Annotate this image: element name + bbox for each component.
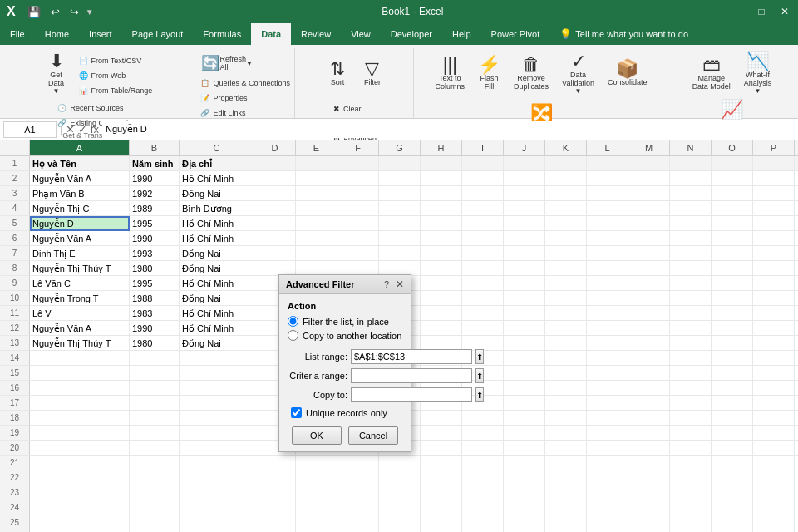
- grid-cell[interactable]: [462, 216, 504, 231]
- grid-cell[interactable]: [753, 171, 795, 186]
- grid-cell[interactable]: [795, 351, 798, 366]
- grid-cell[interactable]: Hồ Chí Minh: [180, 231, 254, 246]
- grid-cell[interactable]: [545, 336, 587, 351]
- row-number[interactable]: 5: [0, 216, 30, 231]
- grid-cell[interactable]: [462, 515, 504, 530]
- grid-cell[interactable]: [795, 456, 798, 470]
- list-range-input[interactable]: [351, 349, 472, 364]
- grid-cell[interactable]: [180, 426, 254, 441]
- dialog-close-button[interactable]: ✕: [396, 278, 404, 290]
- filter-button[interactable]: ▽ Filter: [357, 52, 388, 95]
- grid-cell[interactable]: [712, 231, 753, 246]
- grid-cell[interactable]: [504, 515, 545, 530]
- grid-cell[interactable]: [753, 366, 795, 381]
- grid-cell[interactable]: [670, 291, 712, 306]
- grid-cell[interactable]: Phạm Văn B: [30, 186, 130, 201]
- grid-cell[interactable]: [795, 426, 798, 441]
- row-number[interactable]: 9: [0, 276, 30, 291]
- grid-cell[interactable]: [587, 500, 628, 515]
- tab-review[interactable]: Review: [291, 23, 341, 45]
- grid-cell[interactable]: [30, 485, 130, 500]
- grid-cell[interactable]: Đồng Nai: [180, 291, 254, 306]
- grid-cell[interactable]: [462, 291, 504, 306]
- grid-cell[interactable]: [379, 231, 421, 246]
- row-number[interactable]: 17: [0, 396, 30, 411]
- text-to-columns-button[interactable]: ||| Text to Columns: [430, 52, 471, 95]
- grid-cell[interactable]: [795, 396, 798, 411]
- grid-cell[interactable]: [587, 470, 628, 485]
- grid-cell[interactable]: [628, 201, 670, 216]
- grid-cell[interactable]: [296, 500, 337, 515]
- tab-data[interactable]: Data: [251, 23, 291, 45]
- grid-cell[interactable]: [545, 216, 587, 231]
- grid-cell[interactable]: [421, 321, 462, 336]
- row-number[interactable]: 14: [0, 351, 30, 366]
- grid-cell[interactable]: [795, 321, 798, 336]
- grid-cell[interactable]: [587, 381, 628, 396]
- grid-cell[interactable]: [795, 366, 798, 381]
- function-wizard-button[interactable]: fx: [91, 123, 99, 135]
- grid-cell[interactable]: [545, 515, 587, 530]
- grid-cell[interactable]: [337, 246, 379, 261]
- grid-cell[interactable]: [795, 500, 798, 515]
- grid-cell[interactable]: [296, 246, 337, 261]
- grid-cell[interactable]: [628, 441, 670, 456]
- grid-cell[interactable]: Hồ Chí Minh: [180, 321, 254, 336]
- grid-cell[interactable]: [795, 261, 798, 276]
- grid-cell[interactable]: [670, 171, 712, 186]
- grid-cell[interactable]: [296, 171, 337, 186]
- grid-cell[interactable]: Lê V: [30, 306, 130, 321]
- grid-cell[interactable]: [462, 246, 504, 261]
- from-text-csv-button[interactable]: 📄From Text/CSV: [74, 53, 158, 67]
- grid-cell[interactable]: [795, 381, 798, 396]
- grid-cell[interactable]: [795, 276, 798, 291]
- grid-cell[interactable]: [296, 456, 337, 470]
- grid-cell[interactable]: [628, 336, 670, 351]
- grid-cell[interactable]: [545, 381, 587, 396]
- grid-cell[interactable]: [753, 246, 795, 261]
- grid-cell[interactable]: [421, 276, 462, 291]
- grid-cell[interactable]: [504, 276, 545, 291]
- grid-cell[interactable]: [504, 441, 545, 456]
- grid-cell[interactable]: [712, 396, 753, 411]
- grid-cell[interactable]: [545, 306, 587, 321]
- grid-cell[interactable]: Nguyễn D: [30, 216, 130, 231]
- grid-cell[interactable]: [421, 306, 462, 321]
- grid-cell[interactable]: [462, 500, 504, 515]
- grid-cell[interactable]: [795, 186, 798, 201]
- grid-cell[interactable]: [587, 246, 628, 261]
- grid-cell[interactable]: 1988: [130, 291, 180, 306]
- grid-cell[interactable]: [712, 351, 753, 366]
- grid-cell[interactable]: [180, 441, 254, 456]
- col-header-m[interactable]: M: [628, 140, 670, 155]
- grid-cell[interactable]: [795, 515, 798, 530]
- grid-cell[interactable]: [670, 306, 712, 321]
- cell-reference-box[interactable]: [3, 121, 57, 138]
- grid-cell[interactable]: [421, 156, 462, 171]
- grid-cell[interactable]: [337, 470, 379, 485]
- grid-cell[interactable]: [379, 186, 421, 201]
- grid-cell[interactable]: [628, 216, 670, 231]
- grid-cell[interactable]: [296, 216, 337, 231]
- grid-cell[interactable]: [753, 306, 795, 321]
- grid-cell[interactable]: 1989: [130, 201, 180, 216]
- edit-links-button[interactable]: 🔗Edit Links: [195, 106, 250, 120]
- grid-cell[interactable]: [587, 396, 628, 411]
- grid-cell[interactable]: [180, 351, 254, 366]
- grid-cell[interactable]: [130, 426, 180, 441]
- grid-cell[interactable]: [337, 456, 379, 470]
- grid-cell[interactable]: [628, 186, 670, 201]
- grid-cell[interactable]: [628, 171, 670, 186]
- row-number[interactable]: 6: [0, 231, 30, 246]
- tab-view[interactable]: View: [341, 23, 381, 45]
- copy-to-location-option[interactable]: Copy to another location: [288, 330, 402, 341]
- grid-cell[interactable]: [545, 156, 587, 171]
- grid-cell[interactable]: [130, 470, 180, 485]
- row-number[interactable]: 20: [0, 441, 30, 456]
- grid-cell[interactable]: [130, 381, 180, 396]
- grid-cell[interactable]: [421, 291, 462, 306]
- grid-cell[interactable]: [712, 411, 753, 426]
- grid-cell[interactable]: [421, 216, 462, 231]
- grid-cell[interactable]: Năm sinh: [130, 156, 180, 171]
- grid-cell[interactable]: [545, 291, 587, 306]
